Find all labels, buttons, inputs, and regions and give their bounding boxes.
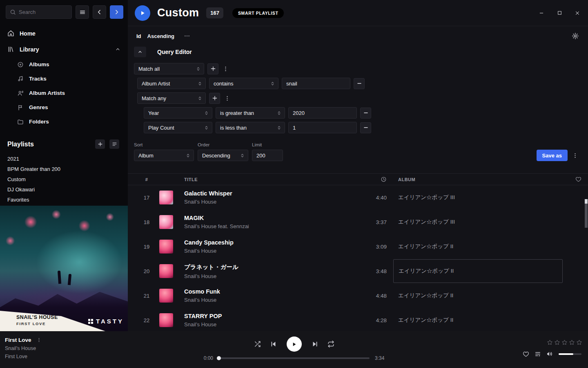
previous-button[interactable] — [270, 341, 277, 348]
column-header-number[interactable]: # — [139, 177, 154, 182]
plus-icon — [210, 66, 216, 72]
query-editor-title: Query Editor — [157, 49, 192, 55]
group-menu-button[interactable] — [222, 63, 229, 74]
rule-value-input[interactable] — [282, 78, 350, 89]
rule-row: Play Count is less than — [144, 122, 588, 133]
track-artwork — [159, 313, 173, 327]
playlist-item[interactable]: 2021 — [7, 154, 120, 164]
repeat-button[interactable] — [327, 341, 334, 348]
settings-button[interactable] — [572, 32, 579, 40]
next-button[interactable] — [312, 341, 318, 348]
sidebar-item-tracks[interactable]: Tracks — [0, 72, 128, 86]
favorite-button[interactable] — [523, 351, 529, 357]
remove-rule-button[interactable] — [354, 78, 365, 89]
match-select[interactable]: Match any — [137, 92, 206, 104]
match-select[interactable]: Match all — [134, 63, 204, 74]
table-row[interactable]: 19 Candy Spaceship Snail’s House 3:09 エイ… — [128, 234, 588, 259]
group-menu-button[interactable] — [223, 93, 231, 104]
add-rule-button[interactable] — [209, 93, 220, 104]
star-button[interactable] — [569, 339, 575, 346]
star-button[interactable] — [561, 339, 568, 346]
playlist-item[interactable]: BPM Greater than 200 — [7, 164, 120, 174]
field-select[interactable]: Play Count — [144, 122, 212, 133]
track-number: 18 — [139, 219, 154, 225]
collapse-query-editor-button[interactable] — [134, 47, 146, 57]
star-icon — [576, 339, 582, 346]
close-button[interactable] — [568, 5, 586, 21]
play-playlist-button[interactable] — [135, 5, 150, 21]
operator-select[interactable]: is less than — [216, 122, 285, 133]
track-number: 22 — [139, 317, 154, 323]
more-options-button[interactable] — [184, 33, 190, 39]
table-row[interactable]: 17 Galactic Whisper Snail’s House 4:40 エ… — [128, 185, 588, 210]
shuffle-button[interactable] — [254, 341, 261, 348]
sidebar-item-genres[interactable]: Genres — [0, 100, 128, 114]
play-button[interactable] — [287, 337, 302, 352]
select-arrows-icon — [197, 81, 203, 86]
track-artwork — [159, 215, 173, 229]
star-button[interactable] — [547, 339, 553, 346]
sidebar-item-album-artists[interactable]: Album Artists — [0, 86, 128, 100]
remove-rule-button[interactable] — [360, 122, 371, 133]
sort-direction-button[interactable]: Ascending — [147, 33, 174, 39]
now-playing-artist: Snail’s House — [5, 346, 43, 351]
search-box[interactable] — [6, 5, 72, 19]
maximize-button[interactable] — [550, 5, 568, 21]
column-header-favorite[interactable] — [569, 176, 588, 182]
skip-back-icon — [270, 341, 277, 348]
seek-slider[interactable] — [218, 357, 370, 359]
seek-knob[interactable] — [217, 356, 221, 360]
query-menu-button[interactable] — [571, 150, 579, 161]
table-row[interactable]: 21 Cosmo Funk Snail’s House 4:48 エイリアン☆ポ… — [128, 283, 588, 308]
home-icon — [7, 30, 14, 37]
column-header-album[interactable]: ALBUM — [387, 177, 569, 182]
order-select[interactable]: Descending — [198, 150, 248, 161]
playlist-item[interactable]: Custom — [7, 174, 120, 184]
table-row[interactable]: 22 STARRY POP Snail’s House 4:28 エイリアン☆ポ… — [128, 308, 588, 332]
save-as-button[interactable]: Save as — [537, 150, 568, 161]
search-input[interactable] — [19, 9, 68, 15]
star-button[interactable] — [554, 339, 560, 346]
player-right-controls — [523, 350, 581, 357]
menu-button[interactable] — [76, 5, 89, 19]
track-album-focused-cell[interactable]: エイリアン☆ポップ II — [393, 259, 563, 283]
add-rule-button[interactable] — [207, 63, 218, 74]
limit-label: Limit — [252, 142, 283, 147]
playlist-item[interactable]: DJ Okawari — [7, 184, 120, 195]
column-header-title[interactable]: TITLE — [184, 177, 354, 182]
operator-select[interactable]: is greater than — [216, 107, 285, 119]
volume-slider[interactable] — [559, 353, 581, 355]
sidebar-item-library[interactable]: Library — [0, 41, 128, 57]
table-row[interactable]: 18 MAGIK Snail’s House feat. Sennzai 3:3… — [128, 210, 588, 234]
volume-button[interactable] — [546, 350, 553, 357]
add-playlist-button[interactable] — [95, 139, 105, 149]
playlist-item[interactable]: Favorites — [7, 195, 120, 205]
ellipsis-icon — [184, 33, 190, 39]
limit-input[interactable] — [252, 150, 283, 161]
flag-icon — [17, 104, 24, 111]
playlist-list-button[interactable] — [109, 139, 119, 149]
column-header-duration[interactable] — [354, 176, 387, 182]
field-select[interactable]: Album Artist — [137, 78, 206, 89]
kebab-icon — [224, 95, 230, 101]
sidebar-item-folders[interactable]: Folders — [0, 114, 128, 129]
scrollbar-thumb[interactable] — [585, 199, 588, 228]
table-row[interactable]: 20 プラネット・ガール Snail’s House 3:48 エイリアン☆ポッ… — [128, 259, 588, 283]
field-select[interactable]: Year — [144, 107, 212, 119]
nav-forward-button[interactable] — [110, 5, 123, 19]
gear-icon — [572, 32, 579, 40]
sort-select[interactable]: Album — [134, 150, 194, 161]
nav-back-button[interactable] — [93, 5, 106, 19]
star-button[interactable] — [576, 339, 582, 346]
sidebar-item-albums[interactable]: Albums — [0, 57, 128, 72]
rule-value-input[interactable] — [288, 107, 357, 119]
sort-column-button[interactable]: Id — [136, 33, 141, 39]
remove-rule-button[interactable] — [360, 108, 371, 119]
operator-select[interactable]: contains — [209, 78, 278, 89]
rule-value-input[interactable] — [288, 122, 357, 133]
queue-button[interactable] — [535, 351, 541, 357]
minimize-button[interactable] — [532, 5, 550, 21]
sidebar-item-home[interactable]: Home — [0, 25, 128, 41]
track-album: エイリアン☆ポップ II — [387, 308, 569, 332]
track-options-button[interactable] — [36, 337, 43, 343]
